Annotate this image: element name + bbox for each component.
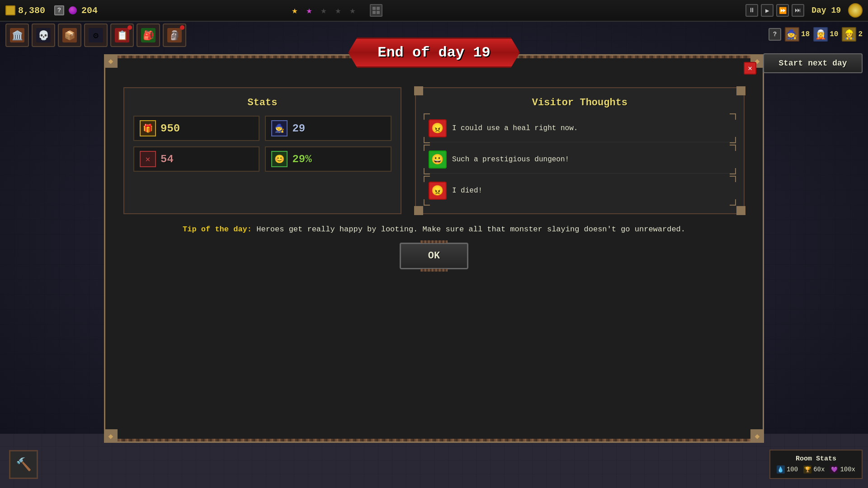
stat-gold: 🎁 950 (133, 116, 259, 141)
star-1: ★ (288, 4, 301, 17)
character-counts: ? 🧙 18 🧝 10 👷 2 (769, 27, 863, 42)
guard-group: 👷 2 (842, 27, 863, 42)
thought-corner-bl-2 (424, 168, 430, 174)
corner-decoration-bl (104, 429, 118, 443)
gem-display: ? 204 (54, 5, 98, 16)
room-stats-title: Room Stats (777, 455, 855, 463)
thought-corner-br-2 (730, 168, 736, 174)
stat-gold-icon: 🎁 (140, 120, 156, 136)
water-icon: 💧 (777, 465, 785, 474)
corner-decoration-tl (104, 54, 118, 68)
tip-label: Tip of the day: (183, 225, 252, 234)
fast-forward-button[interactable]: ⏩ (776, 4, 789, 17)
toolbar-btn-statue[interactable]: 🗿 (163, 23, 186, 47)
close-button[interactable]: ✕ (744, 62, 756, 75)
toolbar-btn-castle[interactable]: 🏛️ (5, 23, 29, 47)
ok-button[interactable]: OK (400, 243, 468, 269)
trophy-icon: 🏆 (803, 465, 811, 474)
thought-text-1: I could use a heal right now. (452, 124, 731, 132)
room-stats-panel: Room Stats 💧 100 🏆 60x 💜 100x (769, 450, 863, 479)
warrior-group: 🧙 18 (785, 27, 810, 42)
skip-button[interactable]: ⏭ (792, 4, 804, 17)
thoughts-corner-tr (736, 86, 745, 95)
stat-visitors-value: 29 (292, 122, 305, 135)
dialog-title: End of day 19 (377, 44, 491, 61)
thought-corner-br-1 (730, 137, 736, 143)
tip-content: Heroes get really happy by looting. Make… (256, 225, 685, 234)
day-title-banner: End of day 19 (348, 38, 520, 68)
day-label: Day 19 (811, 6, 841, 15)
playback-controls: ⏸ ▶ ⏩ ⏭ (745, 4, 804, 17)
stats-panel: Stats 🎁 950 🧙 (123, 87, 401, 214)
question-icon[interactable]: ? (54, 5, 64, 15)
gold-value: 8,380 (18, 5, 45, 16)
thought-face-1: 😠 (429, 119, 447, 137)
thought-face-3: 😠 (429, 182, 447, 200)
pause-button[interactable]: ⏸ (745, 4, 758, 17)
start-next-day-button[interactable]: Start next day (763, 53, 863, 73)
toolbar-btn-gear[interactable]: ⚙️ (84, 23, 108, 47)
skull-icon: 💀 (36, 28, 51, 42)
visitor-thoughts-title: Visitor Thoughts (425, 97, 735, 108)
thought-corner-tl-1 (424, 113, 430, 120)
tool-slot[interactable]: 🔨 (9, 450, 38, 479)
thoughts-corner-br (736, 206, 745, 215)
top-hud: 8,380 ? 204 ★ ★ ★ ★ ★ ⏸ ▶ ⏩ ⏭ Day 19 (0, 0, 868, 22)
thought-item-1: 😠 I could use a heal right now. (425, 115, 735, 142)
thought-text-2: Such a prestigious dungeon! (452, 155, 731, 164)
water-value: 100 (787, 466, 798, 473)
gear-icon: ⚙️ (89, 28, 103, 42)
toolbar-btn-bag[interactable]: 🎒 (137, 23, 160, 47)
play-button[interactable]: ▶ (761, 4, 774, 17)
gem-value: 204 (81, 5, 98, 16)
dialog-content: Stats 🎁 950 🧙 (105, 56, 763, 441)
mage-avatar: 🧝 (813, 27, 828, 42)
thought-text-3: I died! (452, 187, 731, 195)
stat-gold-value: 950 (160, 122, 180, 135)
stat-satisfaction: 😊 29% (265, 146, 391, 172)
corner-decoration-br (750, 429, 764, 443)
help-icon[interactable]: ? (769, 28, 781, 41)
list-icon: 📋 (115, 28, 129, 42)
mage-count: 10 (830, 30, 838, 38)
thought-corner-tl-2 (424, 145, 430, 151)
toolbar-btn-box[interactable]: 📦 (58, 23, 81, 47)
room-stats-row: 💧 100 🏆 60x 💜 100x (777, 465, 855, 474)
hud-right: ⏸ ▶ ⏩ ⏭ Day 19 (745, 3, 863, 18)
warrior-avatar: 🧙 (785, 27, 799, 42)
toolbar-btn-list[interactable]: 📋 (110, 23, 134, 47)
thought-item-3: 😠 I died! (425, 177, 735, 204)
thought-face-2: 😀 (429, 150, 447, 169)
tip-text: Tip of the day: Heroes get really happy … (183, 225, 685, 234)
stats-grid: 🎁 950 🧙 29 (133, 116, 392, 172)
border-decoration-bottom (118, 439, 750, 441)
guard-count: 2 (858, 30, 863, 38)
mage-group: 🧝 10 (813, 27, 838, 42)
thoughts-corner-tl (414, 86, 423, 95)
stat-deaths-value: 54 (160, 153, 174, 165)
thoughts-corner-bl (414, 206, 423, 215)
thought-corner-tr-3 (730, 176, 736, 182)
thought-corner-bl-1 (424, 137, 430, 143)
thought-corner-br-3 (730, 199, 736, 206)
bag-icon: 🎒 (141, 28, 156, 42)
rs-water: 💧 100 (777, 465, 798, 474)
rs-trophy: 🏆 60x (803, 465, 825, 474)
toolbar-btn-skull[interactable]: 💀 (32, 23, 55, 47)
thought-corner-tr-2 (730, 145, 736, 151)
visitor-thoughts-panel: Visitor Thoughts 😠 I could use a heal ri… (415, 87, 745, 214)
star-3: ★ (317, 4, 330, 17)
star-rating: ★ ★ ★ ★ ★ (288, 4, 382, 17)
grid-icon[interactable] (370, 4, 382, 17)
gold-display: 8,380 (5, 5, 45, 16)
gem-rs-value: 100x (840, 466, 855, 473)
stat-visitors: 🧙 29 (265, 116, 391, 141)
star-5: ★ (346, 4, 359, 17)
thought-item-2: 😀 Such a prestigious dungeon! (425, 146, 735, 174)
star-2: ★ (303, 4, 316, 17)
trophy-value: 60x (813, 466, 825, 473)
box-icon: 📦 (62, 28, 77, 42)
statue-icon: 🗿 (167, 28, 182, 42)
day-icon (848, 3, 863, 18)
thought-corner-tl-3 (424, 176, 430, 182)
